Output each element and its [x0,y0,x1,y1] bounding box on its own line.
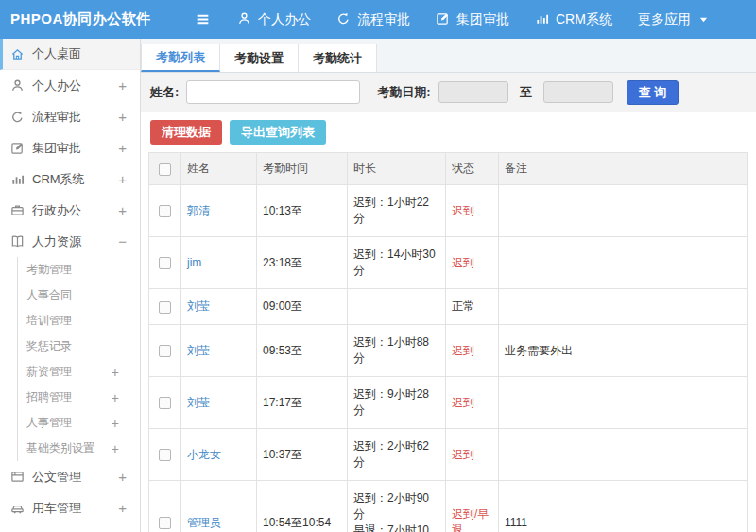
employee-name-link[interactable]: 刘莹 [187,344,210,357]
expand-plus-icon[interactable]: + [118,77,127,94]
status-cell: 迟到 [446,185,499,237]
sidebar-item-personal-office[interactable]: 个人办公+ [0,70,140,101]
row-checkbox[interactable] [159,517,171,529]
sidebar-item-vehicle-management[interactable]: 用车管理+ [0,492,140,523]
sidebar-item-label: 招聘管理 [26,389,112,405]
caret-down-icon [699,15,708,24]
sidebar-item-label: 薪资管理 [26,364,112,380]
sidebar-item-document-management[interactable]: 公文管理+ [0,461,140,492]
sidebar-subitem-salary-management[interactable]: 薪资管理+ [17,359,140,385]
employee-name-link[interactable]: 刘莹 [187,396,210,409]
menu-icon[interactable] [195,11,211,27]
clean-data-button[interactable]: 清理数据 [150,120,222,145]
expand-plus-icon[interactable]: + [118,171,127,187]
sidebar-subitem-personnel-contract[interactable]: 人事合同 [17,283,140,308]
note-cell [499,185,748,237]
expand-plus-icon[interactable]: + [118,109,127,125]
row-checkbox[interactable] [159,345,171,357]
table-row: 刘莹09:53至迟到：1小时88分迟到业务需要外出 [149,325,748,377]
name-cell: 郭清 [181,185,257,237]
sidebar-subitem-reward-punishment[interactable]: 奖惩记录 [17,334,140,359]
employee-name-link[interactable]: jim [187,256,201,269]
sidebar-item-human-resources[interactable]: 人力资源− [0,226,140,257]
nav-item-group-approval[interactable]: 集团审批 [436,11,509,28]
export-list-button[interactable]: 导出查询列表 [230,120,326,145]
attendance-table-wrap: 姓名考勤时间时长状态备注 郭清10:13至迟到：1小时22分迟到jim23:18… [148,152,748,532]
employee-name-link[interactable]: 管理员 [187,516,221,529]
checkbox-cell [149,377,181,429]
expand-plus-icon[interactable]: + [112,416,119,431]
date-start-input[interactable] [438,81,508,103]
tab-bar: 考勤列表考勤设置考勤统计 [141,39,756,73]
sidebar-item-crm-system[interactable]: CRM系统+ [0,163,140,195]
duration-cell: 迟到：9小时28分 [348,377,446,429]
column-header: 姓名 [181,153,257,185]
date-end-input[interactable] [543,81,613,103]
expand-plus-icon[interactable]: + [112,390,119,405]
expand-plus-icon[interactable]: + [118,469,127,485]
sidebar-item-group-approval[interactable]: 集团审批+ [0,132,140,163]
duration-cell: 迟到：1小时22分 [348,185,446,237]
nav-item-more-apps[interactable]: 更多应用 [638,11,708,28]
table-row: 管理员10:54至10:54迟到：2小时90分早退：7小时10分迟到/早退111… [149,481,748,532]
sidebar-item-label: 流程审批 [32,109,118,126]
employee-name-link[interactable]: 小龙女 [187,448,221,461]
nav-item-label: 流程审批 [357,11,410,28]
briefcase-icon [9,203,25,217]
sidebar-subitem-training-management[interactable]: 培训管理 [17,308,140,334]
checkbox-cell [149,325,181,377]
nav-item-label: CRM系统 [556,11,612,28]
name-cell: 刘莹 [181,325,257,377]
table-row: 刘莹17:17至迟到：9小时28分迟到 [149,377,748,429]
row-checkbox[interactable] [159,397,171,409]
row-checkbox[interactable] [159,205,171,217]
sidebar-item-label: 考勤管理 [26,262,119,278]
row-checkbox[interactable] [159,257,171,269]
doc-icon [9,470,25,484]
select-all-checkbox[interactable] [159,163,171,176]
note-cell [499,429,748,481]
time-cell: 23:18至 [257,237,348,289]
expand-plus-icon[interactable]: + [118,202,127,218]
status-cell: 迟到 [446,377,499,429]
row-checkbox[interactable] [159,449,171,461]
status-cell: 迟到 [446,325,499,377]
sidebar-item-label: 用车管理 [32,500,118,517]
employee-name-link[interactable]: 刘莹 [187,300,210,313]
tab-attendance-stats[interactable]: 考勤统计 [299,44,377,72]
row-checkbox[interactable] [159,301,171,314]
sidebar-subitem-personnel-management[interactable]: 人事管理+ [17,410,140,436]
sidebar-subitem-recruitment-management[interactable]: 招聘管理+ [17,385,140,410]
expand-plus-icon[interactable]: + [112,365,119,380]
sidebar-item-admin-office[interactable]: 行政办公+ [0,195,140,226]
sidebar-subitem-basic-category-settings[interactable]: 基础类别设置+ [17,436,140,461]
name-input[interactable] [186,80,360,104]
flow-icon [9,110,25,124]
sidebar-item-personal-desktop[interactable]: 个人桌面 [0,39,140,70]
nav-item-crm-system[interactable]: CRM系统 [535,11,612,28]
expand-plus-icon[interactable]: + [112,441,119,456]
nav-item-personal-office[interactable]: 个人办公 [237,11,311,28]
sidebar-item-workflow-approval[interactable]: 流程审批+ [0,101,140,132]
main-content: 考勤列表考勤设置考勤统计 姓名: 考勤日期: 至 查 询 清理数据 导出查询列表 [141,39,756,532]
attendance-table: 姓名考勤时间时长状态备注 郭清10:13至迟到：1小时22分迟到jim23:18… [148,152,748,532]
tab-attendance-settings[interactable]: 考勤设置 [220,44,299,72]
app-title: PHPOA协同办公软件 [0,10,140,28]
sidebar-subitem-attendance-management[interactable]: 考勤管理 [17,257,140,283]
expand-plus-icon[interactable]: + [118,500,127,516]
status-cell: 正常 [446,289,499,325]
status-cell: 迟到/早退 [446,481,499,532]
nav-item-workflow-approval[interactable]: 流程审批 [336,11,410,28]
sidebar: 个人桌面个人办公+流程审批+集团审批+CRM系统+行政办公+人力资源−考勤管理人… [0,39,141,532]
status-cell: 迟到 [446,237,499,289]
employee-name-link[interactable]: 郭清 [187,204,210,217]
expand-plus-icon[interactable]: + [118,140,127,156]
tab-attendance-list[interactable]: 考勤列表 [141,44,220,72]
date-to-label: 至 [520,84,532,101]
search-button[interactable]: 查 询 [627,80,679,105]
name-cell: 小龙女 [181,429,257,481]
name-cell: 管理员 [181,481,257,532]
duration-line: 早退：7小时10分 [353,523,439,532]
sidebar-item-label: 基础类别设置 [26,440,112,456]
collapse-minus-icon[interactable]: − [118,233,127,249]
